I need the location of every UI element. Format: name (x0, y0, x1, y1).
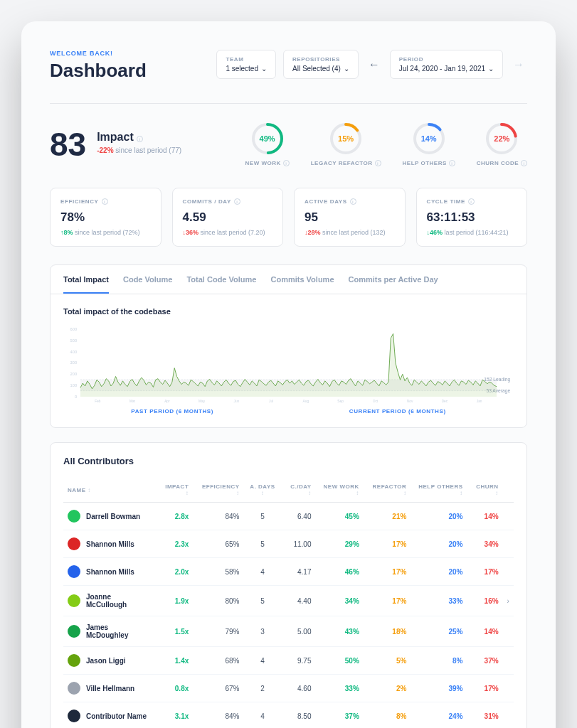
tab-commits-per-active-day[interactable]: Commits per Active Day (349, 275, 438, 294)
row-expand-icon[interactable] (503, 647, 514, 675)
row-expand-icon[interactable] (503, 616, 514, 647)
cell-efficiency: 84% (193, 503, 243, 530)
donut-ring: 14% (412, 122, 446, 156)
table-row[interactable]: Darrell Bowman 2.8x 84% 5 6.40 45% 21% 2… (63, 503, 514, 530)
stat-label: EFFICIENCYi (60, 198, 151, 205)
info-icon[interactable]: i (137, 136, 143, 142)
stat-value: 95 (305, 210, 395, 225)
cell-cday: 5.00 (282, 616, 316, 647)
table-row[interactable]: Contributor Name 3.1x 84% 4 8.50 37% 8% … (63, 702, 514, 729)
impact-meta: Impact i -22% since last period (77) (97, 128, 181, 154)
current-period-label: CURRENT PERIOD (6 MONTHS) (349, 408, 446, 414)
cell-newwork: 33% (315, 675, 363, 702)
table-row[interactable]: Shannon Mills 2.3x 65% 5 11.00 29% 17% 2… (63, 530, 514, 558)
col-help-others[interactable]: HELP OTHERS (411, 478, 467, 503)
donut-legacy-refactor: 15% LEGACY REFACTORi (311, 122, 381, 166)
cell-efficiency: 80% (193, 586, 243, 616)
period-filter[interactable]: PERIOD Jul 24, 2020 - Jan 19, 2021⌄ (390, 50, 503, 79)
donut-label: NEW WORKi (245, 160, 290, 166)
header: WELCOME BACK! Dashboard TEAM 1 selected⌄… (50, 50, 527, 82)
info-icon[interactable]: i (468, 198, 475, 205)
cell-cday: 4.17 (282, 558, 316, 586)
repos-filter-value: All Selected (4)⌄ (292, 65, 349, 73)
cell-helpothers: 8% (411, 647, 467, 675)
stat-card: CYCLE TIMEi 63:11:53 ↓46% last period (1… (416, 188, 528, 247)
col-name[interactable]: NAME (63, 478, 156, 503)
row-expand-icon[interactable] (503, 530, 514, 558)
cell-churn: 17% (467, 558, 503, 586)
cell-efficiency: 84% (193, 702, 243, 729)
tab-total-code-volume[interactable]: Total Code Volume (186, 275, 256, 294)
svg-text:400: 400 (70, 350, 78, 354)
donut-help-others: 14% HELP OTHERSi (403, 122, 455, 166)
team-filter-label: TEAM (226, 56, 267, 63)
repos-filter[interactable]: REPOSITORIES All Selected (4)⌄ (283, 50, 359, 79)
cell-helpothers: 24% (411, 702, 467, 729)
table-row[interactable]: Ville Hellmann 0.8x 67% 2 4.60 33% 2% 39… (63, 675, 514, 702)
info-icon[interactable]: i (350, 198, 356, 205)
col-c-day[interactable]: C./DAY (282, 478, 316, 503)
info-icon[interactable]: i (102, 198, 108, 205)
avatar (68, 654, 80, 667)
impact-label: Impact i (97, 131, 181, 144)
stat-value: 4.59 (183, 210, 273, 225)
col-a-days[interactable]: A. DAYS (243, 478, 281, 503)
contributors-table: NAMEIMPACTEFFICIENCYA. DAYSC./DAYNEW WOR… (63, 478, 514, 728)
avatar (68, 710, 80, 722)
contributor-name: Joanne McCullough (68, 593, 152, 609)
info-icon[interactable]: i (375, 160, 381, 166)
table-row[interactable]: Jason Liggi 1.4x 68% 4 9.75 50% 5% 8% 37… (63, 647, 514, 675)
donut-new-work: 49% NEW WORKi (245, 122, 290, 166)
row-expand-icon[interactable] (503, 675, 514, 702)
tab-commits-volume[interactable]: Commits Volume (270, 275, 334, 294)
donut-ring: 49% (250, 122, 285, 156)
svg-text:May: May (198, 400, 206, 403)
avatar (68, 625, 80, 638)
prev-period-button[interactable]: ← (366, 56, 383, 73)
cell-newwork: 43% (315, 616, 363, 647)
avatar (68, 537, 80, 550)
contributors-title: All Contributors (63, 456, 514, 466)
contributor-name: Shannon Mills (68, 565, 152, 578)
cell-impact: 2.0x (156, 558, 193, 586)
row-expand-icon[interactable] (503, 558, 514, 586)
table-row[interactable]: Shannon Mills 2.0x 58% 4 4.17 46% 17% 20… (63, 558, 514, 586)
svg-text:Apr: Apr (164, 400, 170, 403)
team-filter[interactable]: TEAM 1 selected⌄ (216, 50, 276, 79)
table-row[interactable]: James McDoughley 1.5x 79% 3 5.00 43% 18%… (63, 616, 514, 647)
next-period-button[interactable]: → (510, 56, 527, 73)
tab-total-impact[interactable]: Total Impact (63, 275, 109, 294)
cell-helpothers: 20% (411, 558, 467, 586)
cell-cday: 8.50 (282, 702, 316, 729)
past-period-label: PAST PERIOD (6 MONTHS) (131, 408, 213, 414)
table-row[interactable]: Joanne McCullough 1.9x 80% 5 4.40 34% 17… (63, 586, 514, 616)
cell-adays: 2 (243, 675, 281, 702)
cell-newwork: 34% (315, 586, 363, 616)
row-expand-icon[interactable] (503, 503, 514, 530)
col-efficiency[interactable]: EFFICIENCY (193, 478, 243, 503)
cell-adays: 3 (243, 616, 281, 647)
row-expand-icon[interactable]: › (503, 586, 514, 616)
info-icon[interactable]: i (283, 160, 290, 166)
cell-adays: 5 (243, 503, 281, 530)
row-expand-icon[interactable] (503, 702, 514, 729)
cell-refactor: 18% (364, 616, 411, 647)
donut-value: 14% (421, 134, 437, 143)
col-refactor[interactable]: REFACTOR (364, 478, 411, 503)
donut-ring: 15% (329, 122, 363, 156)
cell-efficiency: 68% (193, 647, 243, 675)
cell-impact: 2.3x (156, 530, 193, 558)
filters: TEAM 1 selected⌄ REPOSITORIES All Select… (216, 50, 527, 79)
contributor-name: Contributor Name (68, 710, 152, 722)
period-filter-label: PERIOD (399, 56, 494, 63)
contributors-panel: All Contributors NAMEIMPACTEFFICIENCYA. … (50, 442, 527, 728)
info-icon[interactable]: i (234, 198, 240, 205)
svg-text:Jan: Jan (477, 400, 482, 403)
info-icon[interactable]: i (449, 160, 455, 166)
col-impact[interactable]: IMPACT (156, 478, 193, 503)
tab-code-volume[interactable]: Code Volume (123, 275, 172, 294)
col-new-work[interactable]: NEW WORK (315, 478, 363, 503)
col-churn[interactable]: CHURN (467, 478, 503, 503)
cell-efficiency: 67% (193, 675, 243, 702)
info-icon[interactable]: i (521, 160, 527, 166)
